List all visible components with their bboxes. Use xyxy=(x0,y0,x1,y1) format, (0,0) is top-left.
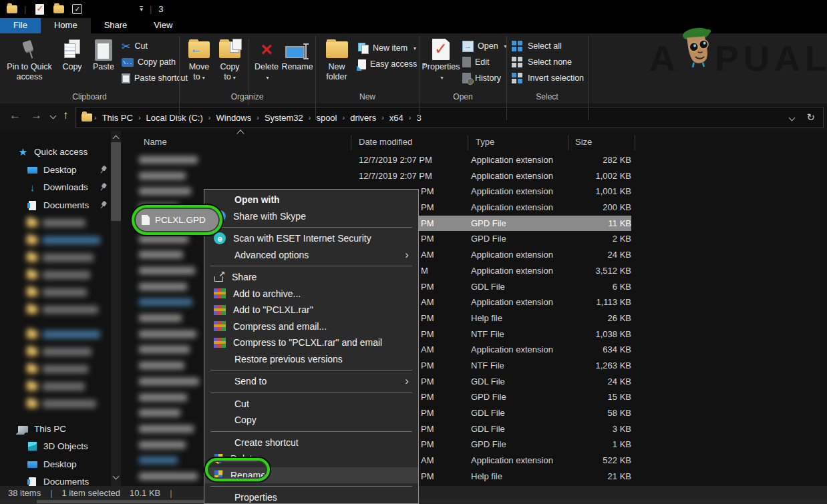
menu-item-copy[interactable]: Copy xyxy=(204,412,418,429)
menu-item-label: Advanced options xyxy=(234,250,309,260)
breadcrumb-chevron-icon: › xyxy=(255,113,261,121)
move-to-button[interactable]: Move to▾ xyxy=(184,37,214,83)
menu-item-open-with[interactable]: Open with xyxy=(204,192,418,208)
menu-item-restore-previous-versions[interactable]: Restore previous versions xyxy=(204,351,418,368)
qat-customize-dropdown-icon[interactable]: ▾ xyxy=(140,6,143,12)
menu-item-add-to-pclxl-rar[interactable]: Add to "PCLXL.rar" xyxy=(204,302,418,318)
menu-item-add-to-archive[interactable]: Add to archive... xyxy=(204,286,418,302)
tab-file[interactable]: File xyxy=(0,18,41,33)
column-separator[interactable] xyxy=(351,135,351,150)
cut-icon: ✂ xyxy=(122,40,130,53)
new-item-button[interactable]: New item ▾ xyxy=(358,40,426,56)
tab-view[interactable]: View xyxy=(140,18,186,33)
group-label-clipboard: Clipboard xyxy=(0,92,179,101)
breadcrumb-item-spool[interactable]: spool xyxy=(313,113,340,123)
breadcrumb-chevron-icon: › xyxy=(206,113,213,121)
address-dropdown-chevron-icon[interactable] xyxy=(789,114,796,121)
breadcrumb-item-x64[interactable]: x64 xyxy=(386,113,407,123)
menu-item-share-with-skype[interactable]: Share with Skype xyxy=(204,208,418,225)
menu-item-compress-to-pclxl-rar-and-email[interactable]: Compress to "PCLXL.rar" and email xyxy=(204,334,418,351)
table-row[interactable]: 12/7/2019 2:07 PMApplication extension28… xyxy=(124,152,827,168)
scrollbar-thumb[interactable] xyxy=(111,142,121,221)
refresh-icon[interactable]: ↻ xyxy=(806,111,815,123)
rename-icon xyxy=(285,44,309,59)
breadcrumb-item-this-pc[interactable]: This PC xyxy=(99,113,136,123)
highlighted-selected-file[interactable]: PCLXL.GPD xyxy=(132,205,222,235)
pin-to-quick-access-button[interactable]: Pin to Quick access xyxy=(3,37,56,82)
sidebar-item-this-pc[interactable]: This PC xyxy=(0,421,128,437)
properties-button[interactable]: Properties ▾ xyxy=(422,37,460,83)
column-separator[interactable] xyxy=(568,135,568,150)
easy-access-button[interactable]: Easy access ▾ xyxy=(358,56,426,72)
menu-item-compress-and-email[interactable]: Compress and email... xyxy=(204,318,418,335)
titlebar-separator: | xyxy=(24,4,26,14)
table-row[interactable]: 12/7/2019 2:07 PMApplication extension1,… xyxy=(124,168,827,184)
new-folder-button[interactable]: New folder xyxy=(319,37,354,82)
blurred-file-name xyxy=(139,330,196,338)
chevron-down-icon: ▾ xyxy=(202,75,205,81)
forward-button[interactable]: → xyxy=(31,109,42,122)
history-icon xyxy=(462,73,471,83)
blurred-file-name xyxy=(139,251,183,258)
cell-size: 1,263 KB xyxy=(596,358,632,374)
cell-type: Application extension xyxy=(471,342,553,358)
menu-item-cut[interactable]: Cut xyxy=(204,396,418,413)
column-header-size[interactable]: Size xyxy=(575,137,592,147)
scrollbar-up-icon[interactable] xyxy=(113,136,120,142)
qat-new-folder-icon[interactable] xyxy=(53,5,64,13)
tab-share[interactable]: Share xyxy=(91,18,141,33)
copy-path-button[interactable]: Copy path xyxy=(122,54,188,70)
history-button[interactable]: History xyxy=(462,70,507,86)
breadcrumb-item-drivers[interactable]: drivers xyxy=(347,113,379,123)
edit-button[interactable]: Edit xyxy=(462,54,507,70)
column-separator[interactable] xyxy=(468,135,468,150)
cell-type: GDL File xyxy=(471,421,505,437)
menu-item-scan-with-eset-internet-security[interactable]: Scan with ESET Internet Security xyxy=(204,230,418,247)
sidebar-scrollbar[interactable] xyxy=(111,131,121,486)
breadcrumb-item-local-disk-c[interactable]: Local Disk (C:) xyxy=(143,113,206,123)
breadcrumb-item-system32[interactable]: System32 xyxy=(261,113,307,123)
menu-item-create-shortcut[interactable]: Create shortcut xyxy=(204,435,418,451)
paste-button[interactable]: Paste xyxy=(88,37,119,72)
menu-item-label: Share with Skype xyxy=(233,211,306,222)
recent-locations-chevron-icon[interactable] xyxy=(50,113,57,119)
cut-button[interactable]: ✂ Cut xyxy=(122,38,188,54)
blurred-label xyxy=(43,236,100,244)
back-button[interactable]: ← xyxy=(9,109,21,122)
breadcrumb-item-windows[interactable]: Windows xyxy=(213,113,255,123)
blurred-file-name xyxy=(139,473,198,480)
qat-properties-icon[interactable] xyxy=(35,4,44,15)
copy-to-button[interactable]: Copy to▾ xyxy=(215,37,244,83)
open-button[interactable]: Open ▾ xyxy=(462,38,507,54)
column-header-name[interactable]: Name xyxy=(144,137,167,147)
cell-date-modified: PM xyxy=(421,469,434,485)
scrollbar-down-icon[interactable] xyxy=(113,473,120,480)
menu-item-send-to[interactable]: Send to› xyxy=(204,373,418,390)
up-button[interactable]: ↑ xyxy=(63,109,69,122)
watermark-text: PUALS xyxy=(715,25,827,81)
rename-button[interactable]: Rename xyxy=(281,37,314,72)
qat-checkbox-icon[interactable] xyxy=(72,4,82,14)
sidebar-item-label: 3D Objects xyxy=(43,441,88,451)
sidebar-item-quick-access[interactable]: ★Quick access xyxy=(0,144,128,160)
select-none-button[interactable]: Select none xyxy=(512,54,584,70)
column-header-type[interactable]: Type xyxy=(476,137,494,147)
this-pc-icon xyxy=(17,423,29,435)
column-separator[interactable] xyxy=(635,135,635,150)
tab-home[interactable]: Home xyxy=(41,18,91,33)
menu-item-advanced-options[interactable]: Advanced options› xyxy=(204,247,418,264)
menu-item-share[interactable]: Share xyxy=(204,269,418,286)
qat-folder-icon[interactable] xyxy=(7,5,17,13)
invert-selection-button[interactable]: Invert selection xyxy=(512,70,584,86)
delete-button[interactable]: × Delete ▾ xyxy=(251,37,282,83)
address-box[interactable]: ›This PC›Local Disk (C:)›Windows›System3… xyxy=(75,107,824,128)
select-all-button[interactable]: Select all xyxy=(512,38,584,54)
paste-shortcut-button[interactable]: Paste shortcut xyxy=(122,70,188,86)
cell-date-modified: PM xyxy=(421,310,434,326)
cell-size: 24 KB xyxy=(608,374,631,390)
cell-size: 1,001 KB xyxy=(596,184,632,200)
menu-item-properties[interactable]: Properties xyxy=(204,489,418,504)
column-header-date-modified[interactable]: Date modified xyxy=(359,137,412,147)
copy-button[interactable]: Copy xyxy=(57,37,87,72)
pin-icon xyxy=(97,182,108,194)
